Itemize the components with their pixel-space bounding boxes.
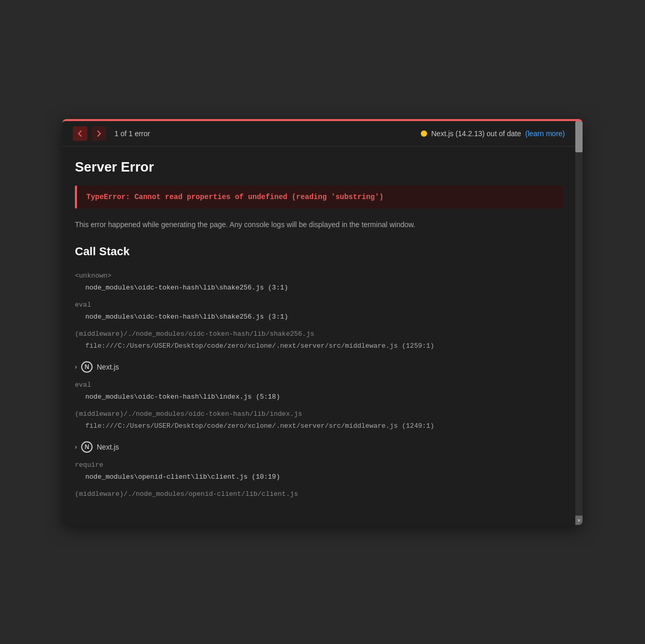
nextjs-collapse-2[interactable]: › N Next.js	[75, 436, 563, 458]
stack-entry-6: require node_modules\openid-client\lib\c…	[75, 458, 563, 483]
learn-more-link[interactable]: (learn more)	[525, 129, 565, 138]
stack-context: (middleware)/./node_modules/openid-clien…	[75, 487, 563, 500]
chevron-right-icon: ›	[75, 443, 77, 451]
stack-context: require	[75, 458, 563, 471]
stack-file-path: file:///C:/Users/USER/Desktop/code/zero/…	[75, 340, 563, 352]
error-window: 1 of 1 error Next.js (14.2.13) out of da…	[62, 119, 583, 525]
stack-file: node_modules\oidc-token-hash\lib\shake25…	[75, 282, 563, 294]
error-box: TypeError: Cannot read properties of und…	[75, 186, 563, 208]
stack-context: eval	[75, 298, 563, 311]
stack-file: node_modules\openid-client\lib\client.js…	[75, 471, 563, 483]
nextjs-badge-1: N	[81, 361, 93, 373]
error-message: TypeError: Cannot read properties of und…	[86, 193, 553, 201]
main-content: Server Error TypeError: Cannot read prop…	[62, 147, 575, 525]
stack-entry-1: <unknown> node_modules\oidc-token-hash\l…	[75, 269, 563, 294]
scrollbar-arrow-down[interactable]: ▼	[575, 516, 583, 525]
scrollbar-thumb[interactable]	[575, 121, 583, 152]
stack-context: (middleware)/./node_modules/oidc-token-h…	[75, 407, 563, 420]
header-bar: 1 of 1 error Next.js (14.2.13) out of da…	[62, 121, 575, 147]
stack-entry-3: (middleware)/./node_modules/oidc-token-h…	[75, 327, 563, 352]
stack-entry-2: eval node_modules\oidc-token-hash\lib\sh…	[75, 298, 563, 323]
stack-file: node_modules\oidc-token-hash\lib\shake25…	[75, 311, 563, 323]
stack-entry-4: eval node_modules\oidc-token-hash\lib\in…	[75, 378, 563, 403]
stack-entry-5: (middleware)/./node_modules/oidc-token-h…	[75, 407, 563, 432]
stack-entry-7: (middleware)/./node_modules/openid-clien…	[75, 487, 563, 500]
nextjs-label-2: Next.js	[97, 443, 119, 451]
stack-file: node_modules\oidc-token-hash\lib\index.j…	[75, 391, 563, 403]
stack-file-path: file:///C:/Users/USER/Desktop/code/zero/…	[75, 420, 563, 432]
prev-error-button[interactable]	[73, 126, 87, 141]
status-dot-icon	[421, 130, 427, 137]
header-right: Next.js (14.2.13) out of date (learn mor…	[421, 129, 565, 138]
stack-context: eval	[75, 378, 563, 391]
nextjs-collapse-1[interactable]: › N Next.js	[75, 356, 563, 378]
nextjs-badge-2: N	[81, 441, 93, 453]
error-count-label: 1 of 1 error	[114, 129, 150, 138]
nextjs-label-1: Next.js	[97, 363, 119, 371]
call-stack-title: Call Stack	[75, 245, 563, 258]
version-text: Next.js (14.2.13) out of date	[431, 129, 521, 138]
stack-context: <unknown>	[75, 269, 563, 282]
scrollbar-track[interactable]: ▼	[575, 121, 583, 525]
error-description: This error happened while generating the…	[75, 219, 563, 230]
chevron-right-icon: ›	[75, 363, 77, 371]
server-error-title: Server Error	[75, 159, 563, 175]
header-left: 1 of 1 error	[73, 126, 150, 141]
next-error-button[interactable]	[92, 126, 106, 141]
stack-context: (middleware)/./node_modules/oidc-token-h…	[75, 327, 563, 340]
